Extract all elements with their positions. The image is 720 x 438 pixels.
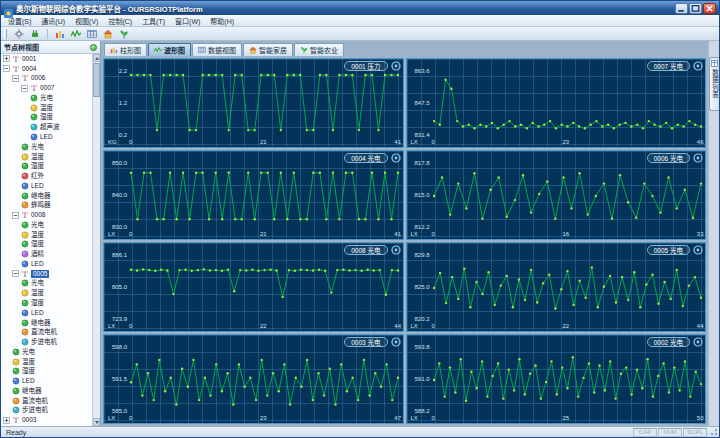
tree-sensor-item[interactable]: 继电器 (1, 386, 92, 396)
tab-smart-agriculture[interactable]: 智能农业 (294, 43, 344, 56)
tree-sensor-item[interactable]: 湿度 (1, 298, 92, 308)
resize-grip[interactable] (709, 427, 718, 436)
bar-chart-view-icon[interactable] (53, 28, 67, 40)
panel-menu-button[interactable] (693, 337, 703, 347)
smart-agriculture-view-icon[interactable] (117, 28, 131, 40)
collapse-icon[interactable] (12, 212, 19, 219)
connect-icon[interactable] (28, 28, 42, 40)
tree-sensor-item[interactable]: LED (1, 376, 92, 386)
tree-sensor-item[interactable]: 继电器 (1, 191, 92, 201)
smart-home-icon (249, 46, 257, 54)
panel-menu-button[interactable] (693, 61, 703, 71)
tree-sensor-item[interactable]: 超声波 (1, 122, 92, 132)
tree-sensor-item[interactable]: LED (1, 308, 92, 318)
panel-menu-button[interactable] (391, 245, 401, 255)
antenna-icon (21, 211, 29, 219)
tab-smart-home[interactable]: 智能家居 (243, 43, 293, 56)
settings-icon[interactable] (12, 28, 26, 40)
tree-node-0003[interactable]: 0003 (1, 415, 92, 425)
tree-sensor-item[interactable]: LED (1, 181, 92, 191)
minimize-button[interactable] (675, 3, 688, 14)
x-tick: 44 (697, 323, 704, 329)
panel-menu-button[interactable] (693, 153, 703, 163)
tree-item-label: 温度 (31, 153, 44, 161)
tree-sensor-item[interactable]: 光电 (1, 220, 92, 230)
tree-node-0005[interactable]: 0005 (1, 269, 92, 279)
tree-sensor-item[interactable]: 继电器 (1, 318, 92, 328)
tree-sensor-item[interactable]: 温度 (1, 152, 92, 162)
y-tick: 812.2 (407, 224, 430, 230)
tree-item-label: 继电器 (31, 319, 51, 327)
scroll-up-icon[interactable] (93, 54, 100, 62)
menu-item[interactable]: 控制(C) (103, 15, 137, 26)
node-tree: 0001000400060007光电温度湿度超声波LED光电温度湿度红外LED继… (1, 54, 92, 426)
tree-sensor-item[interactable]: 光电 (1, 347, 92, 357)
tab-waveform[interactable]: 波形图 (148, 43, 191, 56)
panel-menu-button[interactable] (693, 245, 703, 255)
tree-node-0006[interactable]: 0006 (1, 74, 92, 84)
collapse-icon[interactable] (3, 65, 10, 72)
tree-sensor-item[interactable]: 蜂鸣器 (1, 200, 92, 210)
tab-bar-chart[interactable]: 柱形图 (104, 43, 147, 56)
tree-sensor-item[interactable]: 光电 (1, 142, 92, 152)
menu-item[interactable]: 通讯(U) (36, 15, 70, 26)
tree-node-0004[interactable]: 0004 (1, 64, 92, 74)
tree-sensor-item[interactable]: LED (1, 132, 92, 142)
tree-sensor-item[interactable]: 湿度 (1, 240, 92, 250)
panel-menu-button[interactable] (391, 337, 401, 347)
menu-item[interactable]: 视图(V) (70, 15, 103, 26)
bar-chart-icon (110, 46, 118, 54)
tree-sensor-item[interactable]: LED (1, 259, 92, 269)
unit-label: LX (411, 323, 418, 329)
waveform-view-icon[interactable] (69, 28, 83, 40)
tab-data-view[interactable]: 数据视图 (192, 43, 242, 56)
tree-sensor-item[interactable]: 湿度 (1, 113, 92, 123)
data-view-icon[interactable] (85, 28, 99, 40)
tree-sensor-item[interactable]: 步进电机 (1, 337, 92, 347)
tree-scrollbar[interactable] (92, 54, 100, 426)
scrollbar-thumb[interactable] (93, 63, 100, 97)
tree-node-0001[interactable]: 0001 (1, 54, 92, 64)
tree-sensor-item[interactable]: 直流电机 (1, 327, 92, 337)
menu-item[interactable]: 设置(S) (3, 15, 36, 26)
maximize-button[interactable] (689, 3, 702, 14)
tree-sensor-item[interactable]: 温度 (1, 288, 92, 298)
tree-sensor-item[interactable]: 酒精 (1, 249, 92, 259)
panel-title: 0002 光电 (647, 337, 690, 347)
collapse-icon[interactable] (12, 270, 19, 277)
collapse-icon[interactable] (21, 85, 28, 92)
tree-item-label: 0007 (40, 84, 54, 92)
tree-sensor-item[interactable]: 直流电机 (1, 396, 92, 406)
tree-sensor-item[interactable]: 湿度 (1, 161, 92, 171)
y-tick: 825.0 (407, 284, 430, 290)
menu-item[interactable]: 帮助(H) (205, 15, 239, 26)
scroll-down-icon[interactable] (93, 418, 100, 426)
collapse-icon[interactable] (12, 75, 19, 82)
tree-refresh-icon[interactable] (90, 44, 97, 51)
right-dock-tab[interactable]: 数据列表 (709, 57, 719, 111)
tree-sensor-item[interactable]: 温度 (1, 103, 92, 113)
tree-sensor-item[interactable]: 光电 (1, 93, 92, 103)
sensor-icon (21, 309, 29, 317)
expand-icon[interactable] (3, 417, 10, 424)
tree-node-0007[interactable]: 0007 (1, 83, 92, 93)
menu-item[interactable]: 工具(T) (137, 15, 170, 26)
tree-sensor-item[interactable]: 红外 (1, 171, 92, 181)
tree-node-0008[interactable]: 0008 (1, 210, 92, 220)
menu-item[interactable]: 窗口(W) (170, 15, 205, 26)
panel-menu-button[interactable] (391, 153, 401, 163)
unit-label: LX (108, 231, 115, 237)
close-button[interactable] (703, 3, 716, 14)
tree-sensor-item[interactable]: 步进电机 (1, 406, 92, 416)
waveform-plot (129, 347, 401, 412)
expand-icon[interactable] (3, 55, 10, 62)
sensor-icon (12, 358, 20, 366)
tree-sensor-item[interactable]: 光电 (1, 279, 92, 289)
tree-sensor-item[interactable]: 温度 (1, 357, 92, 367)
tree-sensor-item[interactable]: 湿度 (1, 367, 92, 377)
tree-item-label: 0006 (31, 74, 45, 82)
toolbar-grip[interactable] (4, 29, 7, 39)
smart-home-view-icon[interactable] (101, 28, 115, 40)
panel-menu-button[interactable] (391, 61, 401, 71)
tree-sensor-item[interactable]: 温度 (1, 230, 92, 240)
